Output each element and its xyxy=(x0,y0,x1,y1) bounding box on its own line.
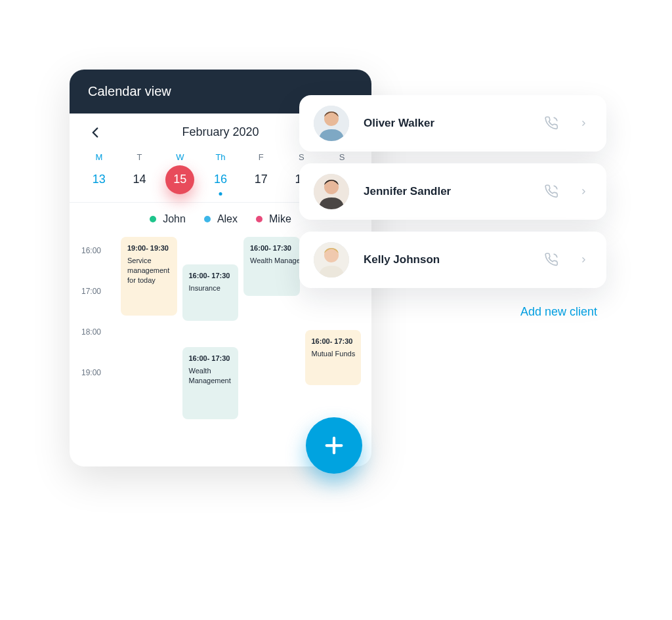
date-cell[interactable]: 13 xyxy=(79,166,119,193)
legend-dot xyxy=(256,216,262,222)
event-time: 16:00- 17:30 xyxy=(250,243,293,253)
client-name: Jennifer Sandler xyxy=(364,185,529,198)
phone-icon[interactable] xyxy=(543,115,560,132)
add-button[interactable] xyxy=(306,417,362,474)
client-card[interactable]: Oliver Walker xyxy=(299,95,606,152)
date-indicator-dot xyxy=(219,192,222,196)
avatar xyxy=(314,106,349,141)
client-name: Kelly Johnson xyxy=(364,253,529,266)
time-label: 17:00 xyxy=(81,287,113,327)
phone-icon[interactable] xyxy=(543,183,560,200)
weekday-label: T xyxy=(119,148,160,166)
legend-label: Mike xyxy=(269,213,291,225)
avatar-placeholder-icon xyxy=(314,242,349,278)
date-cell[interactable]: 17 xyxy=(241,166,282,193)
weekday-label: Th xyxy=(200,148,241,166)
schedule-col: 16:00- 17:30Wealth Management xyxy=(243,237,300,440)
calendar-event[interactable]: 16:00- 17:30Insurance xyxy=(182,264,239,321)
legend-label: Alex xyxy=(217,213,238,225)
legend-item: Alex xyxy=(204,213,238,225)
schedule-col: 19:00- 19:30Service management for today xyxy=(121,237,177,440)
calendar-event[interactable]: 19:00- 19:30Service management for today xyxy=(121,237,177,316)
chevron-right-icon[interactable] xyxy=(575,183,592,200)
event-title: Service management for today xyxy=(127,257,169,284)
avatar-placeholder-icon xyxy=(314,174,349,209)
legend-item: Mike xyxy=(256,213,291,225)
date-cell[interactable]: 15 xyxy=(159,173,200,186)
time-column: 16:0017:0018:0019:00 xyxy=(81,246,113,409)
weekday-label: W xyxy=(159,148,200,166)
event-time: 16:00- 17:30 xyxy=(189,354,232,363)
date-cell[interactable]: 14 xyxy=(119,166,160,193)
selected-date-pill[interactable]: 15 xyxy=(165,165,194,194)
month-label: February 2020 xyxy=(182,125,259,139)
client-card[interactable]: Kelly Johnson xyxy=(299,232,606,288)
client-card[interactable]: Jennifer Sandler xyxy=(299,163,606,220)
chevron-right-icon[interactable] xyxy=(575,115,592,132)
event-time: 16:00- 17:30 xyxy=(189,271,232,281)
prev-month-button[interactable] xyxy=(87,124,104,141)
schedule-col: 16:00- 17:30Insurance16:00- 17:30Wealth … xyxy=(182,237,239,440)
event-time: 19:00- 19:30 xyxy=(127,243,171,253)
avatar xyxy=(314,242,349,278)
legend-dot xyxy=(204,216,211,222)
avatar xyxy=(314,174,349,209)
plus-icon xyxy=(323,434,345,457)
calendar-event[interactable]: 16:00- 17:30Wealth Management xyxy=(243,237,300,296)
weekday-label: F xyxy=(241,148,282,166)
date-cell[interactable]: 16 xyxy=(200,166,241,193)
client-list: Oliver Walker Jennifer Sandler Kelly Joh… xyxy=(299,95,606,319)
legend-dot xyxy=(150,216,156,222)
event-title: Insurance xyxy=(189,284,220,292)
calendar-event[interactable]: 16:00- 17:30Mutual Funds xyxy=(305,330,362,385)
phone-icon[interactable] xyxy=(543,251,560,268)
weekday-label: M xyxy=(79,148,119,166)
client-name: Oliver Walker xyxy=(364,117,529,130)
add-new-client-link[interactable]: Add new client xyxy=(299,300,606,319)
chevron-right-icon[interactable] xyxy=(575,251,592,268)
avatar-placeholder-icon xyxy=(314,106,349,141)
chevron-left-icon xyxy=(87,124,104,141)
time-label: 19:00 xyxy=(81,368,113,409)
legend-label: John xyxy=(163,213,186,225)
event-title: Mutual Funds xyxy=(312,350,356,358)
event-title: Wealth Management xyxy=(189,367,231,384)
time-label: 18:00 xyxy=(81,327,113,368)
legend-item: John xyxy=(150,213,186,225)
time-label: 16:00 xyxy=(81,246,113,287)
calendar-event[interactable]: 16:00- 17:30Wealth Management xyxy=(182,347,239,419)
event-time: 16:00- 17:30 xyxy=(312,337,355,346)
